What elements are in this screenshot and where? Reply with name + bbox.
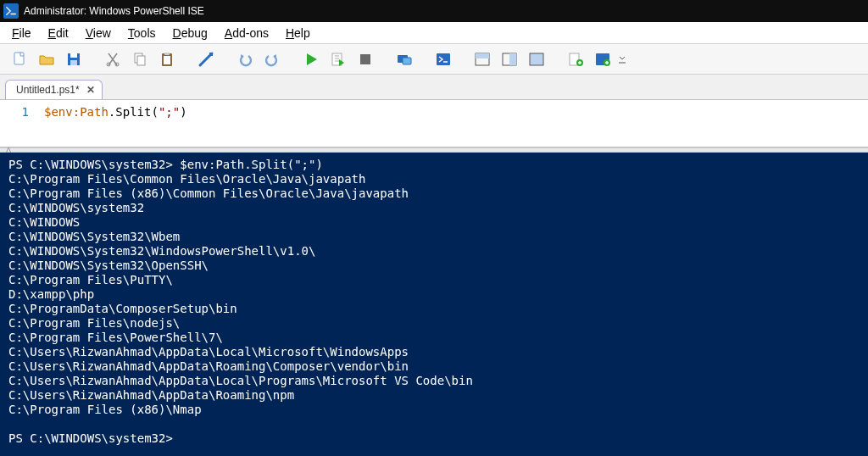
- editor-tab[interactable]: Untitled1.ps1* ✕: [5, 80, 103, 99]
- menu-tools[interactable]: Tools: [121, 25, 163, 42]
- token-variable: $env:Path: [44, 105, 108, 119]
- stop-button[interactable]: [353, 47, 378, 71]
- close-tab-icon[interactable]: ✕: [86, 84, 95, 96]
- svg-rect-2: [70, 53, 77, 58]
- svg-rect-19: [509, 53, 516, 65]
- window-titlebar: Administrator: Windows PowerShell ISE: [0, 0, 868, 22]
- console-output: C:\Program Files\Common Files\Oracle\Jav…: [8, 172, 473, 416]
- save-button[interactable]: [61, 47, 86, 71]
- remote-button[interactable]: [392, 47, 417, 71]
- code-area[interactable]: $env:Path.Split(";"): [37, 100, 868, 147]
- redo-button[interactable]: [259, 47, 285, 71]
- line-number-gutter: 1: [0, 100, 37, 147]
- console-prompt[interactable]: PS C:\WINDOWS\system32>: [8, 431, 180, 445]
- window-title: Administrator: Windows PowerShell ISE: [24, 5, 204, 17]
- new-file-button[interactable]: [7, 47, 32, 71]
- menu-debug[interactable]: Debug: [166, 25, 214, 42]
- console-prompt-line: PS C:\WINDOWS\system32> $env:Path.Split(…: [8, 158, 323, 171]
- menu-addons[interactable]: Add-ons: [218, 25, 275, 42]
- token-string: ";": [159, 105, 180, 119]
- powershell-app-icon: [3, 3, 19, 19]
- show-command-button[interactable]: [590, 47, 615, 71]
- undo-button[interactable]: [232, 47, 258, 71]
- svg-rect-0: [14, 53, 24, 64]
- cut-button[interactable]: [100, 47, 125, 71]
- menubar: File Edit View Tools Debug Add-ons Help: [0, 22, 868, 44]
- token-call: .Split(: [108, 105, 159, 119]
- svg-rect-20: [530, 53, 543, 65]
- toolbar: [0, 44, 868, 75]
- copy-button[interactable]: [127, 47, 153, 71]
- console-pane[interactable]: PS C:\WINDOWS\system32> $env:Path.Split(…: [0, 153, 868, 456]
- show-script-right-button[interactable]: [497, 47, 522, 71]
- show-script-top-button[interactable]: [470, 47, 495, 71]
- svg-rect-7: [137, 56, 145, 65]
- menu-edit[interactable]: Edit: [42, 25, 75, 42]
- menu-view[interactable]: View: [79, 25, 118, 42]
- clear-console-button[interactable]: [193, 47, 219, 71]
- menu-file[interactable]: File: [5, 25, 38, 42]
- command-addon-button[interactable]: [563, 47, 588, 71]
- toolbar-overflow-button[interactable]: [617, 47, 627, 71]
- svg-rect-3: [70, 60, 77, 65]
- editor-tabstrip: Untitled1.ps1* ✕: [0, 75, 868, 100]
- svg-rect-17: [476, 53, 489, 58]
- tab-label: Untitled1.ps1*: [16, 84, 80, 96]
- svg-rect-12: [360, 54, 370, 64]
- svg-rect-14: [403, 58, 411, 64]
- script-editor[interactable]: 1 $env:Path.Split(";"): [0, 100, 868, 147]
- menu-help[interactable]: Help: [279, 25, 317, 42]
- svg-rect-9: [164, 56, 170, 64]
- powershell-tab-button[interactable]: [431, 47, 456, 71]
- show-script-max-button[interactable]: [524, 47, 549, 71]
- svg-rect-10: [164, 53, 170, 55]
- line-number: 1: [0, 105, 29, 119]
- token-end: ): [180, 105, 186, 119]
- open-file-button[interactable]: [34, 47, 59, 71]
- run-script-button[interactable]: [298, 47, 324, 71]
- run-selection-button[interactable]: [326, 47, 351, 71]
- paste-button[interactable]: [154, 47, 180, 71]
